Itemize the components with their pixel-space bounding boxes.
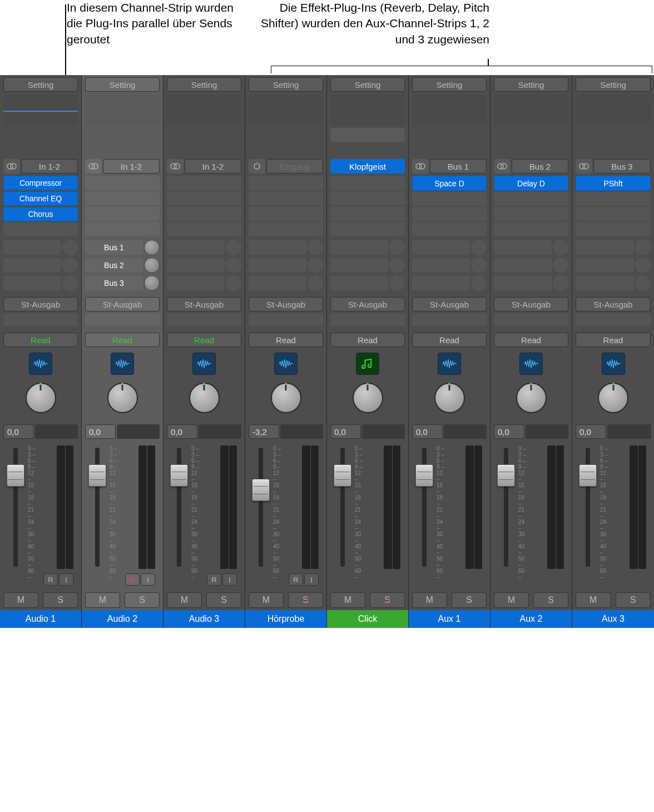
volume-fader[interactable]	[334, 464, 351, 487]
track-icon[interactable]	[602, 353, 625, 375]
output-slot[interactable]: St-Ausgab	[494, 297, 568, 311]
track-icon[interactable]	[519, 353, 543, 375]
automation-mode-button[interactable]: Read	[167, 333, 241, 347]
audio-fx-slot-empty[interactable]	[167, 191, 241, 206]
midi-fx-slot[interactable]	[85, 143, 160, 157]
setting-button[interactable]: Setting	[249, 77, 323, 92]
audio-fx-slot-empty[interactable]	[576, 192, 651, 206]
setting-button[interactable]: Setting	[3, 77, 78, 92]
send-slot-empty[interactable]	[3, 240, 61, 255]
send-level-knob[interactable]	[144, 275, 160, 291]
midi-fx-slot[interactable]	[576, 143, 651, 157]
midi-fx-slot[interactable]	[167, 143, 241, 157]
volume-fader[interactable]	[497, 464, 515, 487]
solo-button[interactable]: S	[370, 592, 405, 608]
mute-button[interactable]: M	[85, 592, 120, 608]
track-icon[interactable]	[29, 353, 52, 375]
mute-button[interactable]: M	[249, 592, 284, 608]
automation-mode-button[interactable]: Read	[576, 333, 651, 347]
input-format-button[interactable]	[249, 159, 265, 174]
audio-fx-slot-empty[interactable]	[85, 191, 160, 206]
db-value[interactable]: 0,0	[167, 424, 197, 439]
send-slot-empty[interactable]	[576, 240, 634, 255]
track-name[interactable]: Audio 2	[82, 610, 163, 628]
pan-knob[interactable]	[598, 383, 628, 413]
midi-fx-slot[interactable]	[412, 143, 487, 157]
send-slot-empty[interactable]	[494, 276, 552, 290]
eq-thumbnail[interactable]	[412, 95, 487, 126]
midi-fx-slot[interactable]	[494, 143, 568, 157]
audio-fx-slot-empty[interactable]	[494, 192, 568, 206]
group-slot[interactable]	[412, 314, 487, 326]
pan-knob[interactable]	[271, 383, 301, 413]
track-name[interactable]: Aux 2	[490, 610, 572, 628]
midi-fx-slot[interactable]	[3, 143, 78, 157]
record-enable-button[interactable]: R	[43, 573, 58, 586]
audio-fx-slot[interactable]: Compressor	[3, 176, 78, 190]
send-slot-empty[interactable]	[330, 258, 388, 273]
setting-button[interactable]: Setting	[412, 77, 487, 92]
audio-fx-slot-empty[interactable]	[412, 207, 487, 221]
send-slot[interactable]: Bus 2	[85, 258, 143, 273]
send-slot-empty[interactable]	[494, 240, 552, 255]
midi-fx-slot[interactable]	[494, 128, 568, 142]
eq-thumbnail[interactable]	[249, 95, 323, 126]
pan-knob[interactable]	[353, 383, 383, 413]
input-format-button[interactable]	[412, 159, 429, 174]
input-format-button[interactable]	[85, 159, 102, 174]
send-slot-empty[interactable]	[494, 258, 552, 273]
setting-button[interactable]: Setting	[576, 77, 651, 92]
db-value[interactable]: 0,0	[576, 424, 606, 439]
audio-fx-slot-empty[interactable]	[330, 176, 405, 190]
volume-fader[interactable]	[7, 464, 24, 487]
send-slot-empty[interactable]	[412, 258, 470, 273]
send-slot-empty[interactable]	[249, 276, 306, 290]
setting-button[interactable]: Setting	[330, 77, 405, 92]
mute-button[interactable]: M	[412, 592, 447, 608]
send-slot-empty[interactable]	[412, 276, 470, 290]
automation-mode-button[interactable]: Read	[85, 333, 160, 347]
track-icon[interactable]	[111, 353, 134, 375]
send-slot[interactable]: Bus 1	[85, 240, 143, 255]
peak-display[interactable]	[117, 424, 160, 439]
audio-fx-slot-empty[interactable]	[167, 206, 241, 221]
output-slot[interactable]: St-Ausgab	[85, 297, 160, 311]
audio-fx-slot-empty[interactable]	[576, 207, 651, 221]
setting-button[interactable]: Setting	[85, 77, 160, 92]
group-slot[interactable]	[3, 314, 78, 326]
db-value[interactable]: 0,0	[3, 424, 34, 439]
group-slot[interactable]	[85, 314, 160, 326]
audio-fx-slot-empty[interactable]	[85, 206, 160, 221]
midi-fx-slot[interactable]	[85, 128, 160, 142]
solo-button[interactable]: S	[616, 592, 651, 608]
eq-thumbnail[interactable]	[330, 95, 405, 126]
automation-mode-button[interactable]: Read	[330, 333, 405, 347]
volume-fader[interactable]	[415, 464, 433, 487]
peak-display[interactable]	[607, 424, 651, 439]
send-slot-empty[interactable]	[576, 276, 634, 290]
pan-knob[interactable]	[434, 383, 465, 413]
peak-display[interactable]	[526, 424, 568, 439]
send-slot-empty[interactable]	[3, 258, 61, 273]
eq-thumbnail[interactable]	[85, 95, 160, 126]
audio-fx-slot-empty[interactable]	[494, 222, 568, 236]
input-slot[interactable]: In 1-2	[21, 159, 78, 174]
solo-button[interactable]: S	[452, 592, 487, 608]
track-icon[interactable]	[274, 353, 298, 375]
send-slot[interactable]: Bus 3	[85, 276, 143, 290]
group-slot[interactable]	[249, 314, 323, 326]
midi-fx-slot[interactable]	[330, 128, 405, 142]
output-slot[interactable]: St-Ausgab	[249, 297, 323, 311]
eq-thumbnail[interactable]	[3, 95, 78, 126]
input-slot[interactable]: Eingang	[266, 159, 323, 174]
group-slot[interactable]	[167, 314, 241, 326]
peak-display[interactable]	[444, 424, 487, 439]
audio-fx-slot-empty[interactable]	[167, 222, 241, 236]
peak-display[interactable]	[35, 424, 78, 439]
automation-mode-button[interactable]: Read	[412, 333, 487, 347]
pan-knob[interactable]	[516, 383, 547, 413]
volume-fader[interactable]	[579, 464, 597, 487]
solo-button[interactable]: S	[288, 592, 323, 608]
audio-fx-slot-empty[interactable]	[412, 192, 487, 206]
peak-display[interactable]	[362, 424, 405, 439]
